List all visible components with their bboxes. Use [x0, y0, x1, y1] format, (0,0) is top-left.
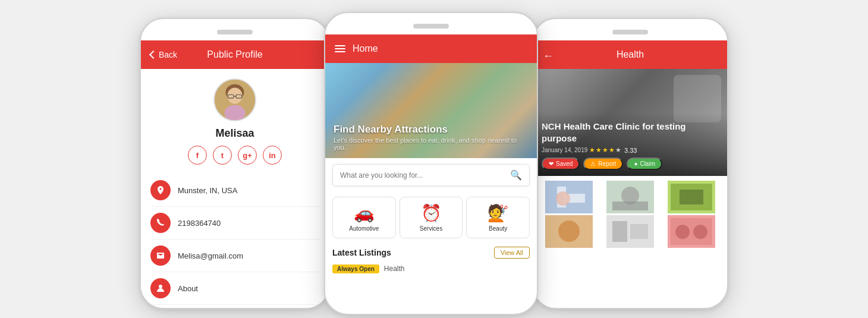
health-img-3[interactable] — [662, 181, 721, 213]
health-img-3-svg — [662, 181, 721, 213]
services-label: Services — [420, 225, 442, 232]
back-label: Back — [159, 50, 177, 59]
hero-text: Find Nearby Attractions Let's discover t… — [334, 124, 529, 151]
hamburger-line-1 — [335, 45, 345, 46]
svg-point-26 — [693, 225, 707, 239]
latest-listings-title: Latest Listings — [332, 248, 391, 257]
hero-banner: Find Nearby Attractions Let's discover t… — [325, 63, 537, 158]
svg-point-6 — [225, 105, 246, 121]
avatar-svg — [215, 79, 255, 121]
report-button[interactable]: ⚠ Report — [583, 158, 623, 170]
health-img-5-svg — [600, 215, 660, 248]
svg-point-11 — [556, 191, 570, 206]
health-img-6-svg — [662, 215, 721, 248]
claim-label: Claim — [640, 160, 655, 167]
health-img-2[interactable] — [600, 181, 660, 213]
star-rating: ★ ★ ★ ★ ★ 3.33 — [589, 146, 637, 154]
profile-header: Back Public Profile — [141, 40, 329, 69]
location-info: Munster, IN, USA — [150, 174, 319, 207]
phone-3-screen: Health NCH Health Care Clinic for testin… — [533, 40, 727, 309]
about-text: About — [178, 284, 198, 293]
star-4: ★ — [609, 146, 615, 154]
svg-point-19 — [558, 221, 580, 242]
phone-3: Health NCH Health Care Clinic for testin… — [532, 18, 728, 309]
listing-row: Always Open Health — [325, 261, 537, 277]
claim-button[interactable]: ● Claim — [627, 158, 662, 170]
phone-1-screen: Back Public Profile — [141, 40, 329, 309]
hamburger-menu[interactable] — [335, 45, 345, 52]
svg-rect-22 — [630, 224, 648, 239]
star-1: ★ — [589, 146, 595, 154]
svg-point-25 — [675, 225, 690, 239]
clinic-date: January 14, 2019 ★ ★ ★ ★ ★ 3.33 — [542, 146, 719, 154]
about-info: About — [150, 272, 319, 305]
profile-name: Melisaa — [150, 127, 319, 140]
svg-point-7 — [159, 285, 162, 288]
hero-subtitle: Let's discover the best places to eat, d… — [334, 137, 529, 151]
svg-rect-14 — [612, 201, 648, 210]
twitter-icon[interactable]: t — [213, 146, 232, 165]
health-title: Health — [617, 49, 644, 60]
view-all-button[interactable]: View All — [494, 247, 530, 259]
profile-avatar — [150, 78, 319, 121]
health-back-button[interactable] — [543, 50, 552, 59]
saved-button[interactable]: ❤ Saved — [542, 158, 580, 170]
date-text: January 14, 2019 — [542, 147, 587, 153]
report-label: Report — [598, 160, 616, 167]
phone-notch-3 — [595, 19, 666, 40]
avatar-image — [213, 78, 256, 121]
hamburger-line-3 — [335, 51, 345, 52]
svg-rect-17 — [680, 190, 703, 204]
health-banner-overlay: NCH Health Care Clinic for testing purpo… — [533, 112, 727, 176]
warning-icon: ⚠ — [590, 160, 596, 167]
category-automotive[interactable]: 🚗 Automotive — [332, 197, 396, 238]
chevron-left-icon — [149, 51, 158, 59]
health-img-1-svg — [539, 181, 599, 213]
phone-2: Home Find Nearby Attractions Let's disco… — [324, 12, 538, 315]
home-header: Home — [325, 34, 537, 63]
svg-rect-21 — [612, 221, 627, 242]
email-info: Melisa@gmail.com — [150, 240, 319, 272]
health-img-6[interactable] — [662, 215, 721, 248]
automotive-label: Automotive — [349, 225, 379, 232]
health-img-4[interactable] — [539, 215, 599, 248]
health-img-5[interactable] — [600, 215, 660, 248]
star-5: ★ — [615, 146, 621, 154]
home-title: Home — [353, 43, 378, 54]
googleplus-icon[interactable]: g+ — [238, 146, 257, 165]
health-img-4-svg — [539, 215, 599, 248]
linkedin-icon[interactable]: in — [263, 146, 282, 165]
phone-2-screen: Home Find Nearby Attractions Let's disco… — [325, 34, 537, 315]
phone-notch-2 — [395, 13, 467, 34]
facebook-icon[interactable]: f — [188, 146, 207, 165]
phone-1: Back Public Profile — [140, 18, 330, 309]
social-icons: f t g+ in — [150, 146, 319, 165]
beauty-emoji: 💇 — [488, 203, 508, 223]
hero-title: Find Nearby Attractions — [334, 124, 529, 136]
hamburger-line-2 — [335, 48, 345, 49]
category-beauty[interactable]: 💇 Beauty — [466, 197, 530, 238]
category-services[interactable]: ⏰ Services — [400, 197, 463, 238]
check-icon: ● — [634, 160, 637, 167]
svg-point-2 — [227, 88, 242, 104]
heart-icon: ❤ — [549, 160, 553, 167]
phones-container: Back Public Profile — [128, 0, 740, 318]
health-img-2-svg — [600, 181, 660, 213]
phone-notch-1 — [199, 19, 271, 40]
back-button[interactable]: Back — [150, 50, 177, 59]
saved-label: Saved — [556, 160, 573, 167]
arrow-left-icon — [543, 50, 552, 59]
latest-listings-header: Latest Listings View All — [325, 243, 537, 261]
location-text: Munster, IN, USA — [178, 186, 237, 195]
rating-number: 3.33 — [624, 147, 637, 154]
search-icon[interactable]: 🔍 — [510, 169, 522, 181]
search-bar[interactable]: 🔍 — [332, 164, 530, 186]
health-banner: NCH Health Care Clinic for testing purpo… — [533, 69, 727, 176]
automotive-emoji: 🚗 — [354, 203, 375, 223]
search-input[interactable] — [340, 171, 510, 180]
email-text: Melisa@gmail.com — [178, 251, 243, 260]
health-img-1[interactable] — [539, 181, 599, 213]
star-3: ★ — [602, 146, 608, 154]
profile-header-title: Public Profile — [207, 49, 262, 60]
listing-health-label: Health — [384, 265, 405, 273]
